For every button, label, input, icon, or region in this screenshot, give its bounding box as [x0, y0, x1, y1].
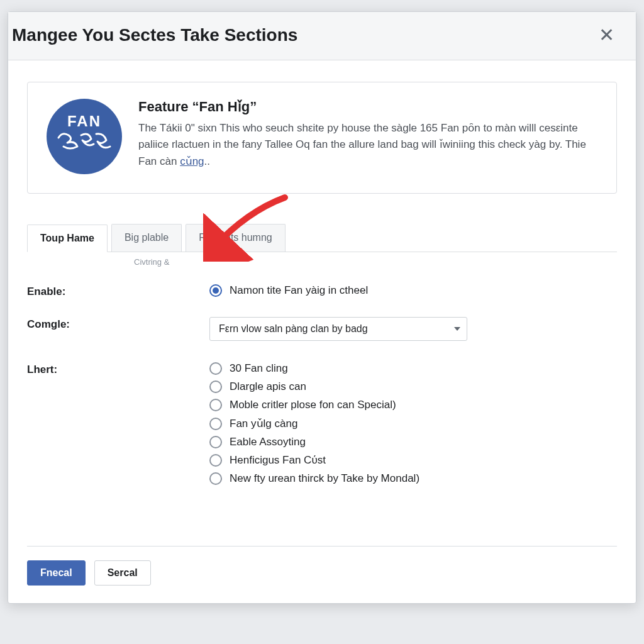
feature-learn-more-link[interactable]: cǔng: [180, 155, 204, 167]
badge-script-icon: [56, 129, 113, 159]
badge-top-text: FAN: [67, 114, 101, 129]
row-comgle: Comgle: Fεrn vlow saln pàng clan by badg: [27, 317, 617, 341]
radio-icon[interactable]: [209, 418, 222, 430]
radio-icon[interactable]: [209, 380, 222, 393]
settings-modal: Mangee You Sectes Take Sections ✕ FAN Fe…: [8, 11, 636, 604]
lhert-option[interactable]: Eable Assoyting: [209, 436, 617, 448]
row-lhert: Lhert: 30 Fan cling Dlargle apis can Mob…: [27, 362, 617, 491]
settings-form: Enable: Namon tite Fan yàig in ctheel Co…: [27, 284, 617, 525]
radio-icon[interactable]: [209, 436, 222, 448]
lhert-options: 30 Fan cling Dlargle apis can Moble crit…: [209, 362, 617, 491]
modal-footer: Fnecal Sercal: [8, 547, 636, 603]
lhert-option[interactable]: Fan yǔlg càng: [209, 417, 617, 430]
chevron-down-icon: [454, 327, 460, 331]
radio-icon[interactable]: [209, 362, 222, 375]
modal-content: FAN Feature “Fan Hǐg” The Tákii 0" sixn …: [8, 60, 636, 531]
label-lhert: Lhert:: [27, 362, 209, 491]
select-value: Fεrn vlow saln pàng clan by badg: [219, 323, 368, 335]
enable-radio-label: Namon tite Fan yàig in ctheel: [230, 284, 368, 297]
modal-header: Mangee You Sectes Take Sections ✕: [8, 12, 636, 60]
label-comgle: Comgle:: [27, 317, 209, 341]
radio-icon[interactable]: [209, 399, 222, 411]
primary-button[interactable]: Fnecal: [27, 560, 86, 586]
fan-badge-icon: FAN: [47, 99, 122, 174]
lhert-option[interactable]: 30 Fan cling: [209, 362, 617, 375]
enable-radio-option[interactable]: Namon tite Fan yàig in ctheel: [209, 284, 617, 297]
tab-subnote: Civtring &: [134, 257, 617, 267]
secondary-button[interactable]: Sercal: [94, 560, 151, 586]
lhert-option[interactable]: Moble critler plose fon can Special): [209, 399, 617, 411]
tabs-container: Toup Hame Big plable Renlants humng Civt…: [27, 224, 617, 267]
tab-renlants-humng[interactable]: Renlants humng: [186, 224, 286, 252]
feature-banner: FAN Feature “Fan Hǐg” The Tákii 0" sixn …: [27, 82, 617, 194]
radio-icon[interactable]: [209, 284, 222, 297]
feature-text: Feature “Fan Hǐg” The Tákii 0" sixn This…: [138, 99, 597, 174]
radio-icon[interactable]: [209, 472, 222, 485]
feature-description: The Tákii 0" sixn This who seuch shεite …: [138, 120, 597, 170]
feature-title: Feature “Fan Hǐg”: [138, 99, 597, 115]
comgle-select[interactable]: Fεrn vlow saln pàng clan by badg: [209, 317, 467, 341]
row-enable: Enable: Namon tite Fan yàig in ctheel: [27, 284, 617, 302]
tab-big-plable[interactable]: Big plable: [111, 224, 182, 252]
label-enable: Enable:: [27, 284, 209, 302]
lhert-option[interactable]: Dlargle apis can: [209, 380, 617, 393]
lhert-option[interactable]: New fty urean thirck by Take by Mondal): [209, 472, 617, 485]
radio-icon[interactable]: [209, 454, 222, 467]
tab-bar: Toup Hame Big plable Renlants humng: [27, 224, 617, 252]
modal-title: Mangee You Sectes Take Sections: [12, 25, 297, 45]
lhert-option[interactable]: Henficigus Fan Cύst: [209, 454, 617, 467]
tab-toup-hame[interactable]: Toup Hame: [27, 225, 108, 252]
close-icon[interactable]: ✕: [594, 23, 619, 47]
